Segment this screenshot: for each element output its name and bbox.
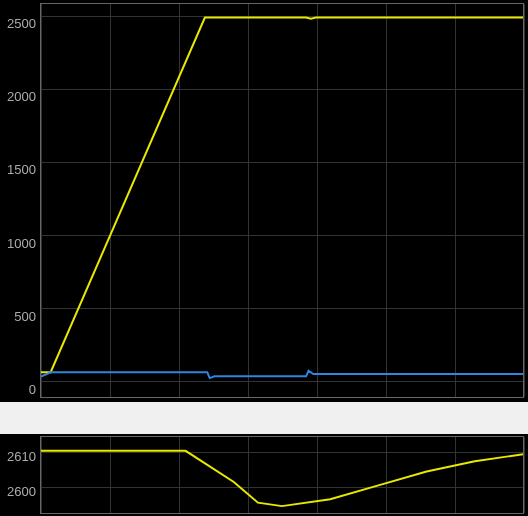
series-bottom [41,437,523,513]
plot-area-bottom [40,436,524,514]
ytick-label: 2500 [0,16,36,31]
plot-area-top [40,3,524,398]
chart-bottom: 2600 2610 [0,434,528,516]
series-yellow-detail [41,451,523,506]
series-blue [41,371,523,378]
ytick-label: 0 [0,382,36,397]
series-top [41,4,523,397]
ytick-label: 2610 [0,449,36,464]
ytick-label: 1000 [0,236,36,251]
ytick-label: 2600 [0,484,36,499]
ytick-label: 1500 [0,162,36,177]
ytick-label: 2000 [0,89,36,104]
chart-top: 0 500 1000 1500 2000 2500 [0,0,528,402]
series-yellow [41,17,523,372]
ytick-label: 500 [0,309,36,324]
